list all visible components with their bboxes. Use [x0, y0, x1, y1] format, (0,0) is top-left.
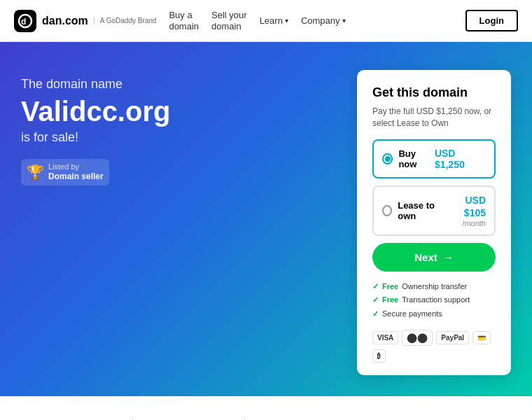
nav-company-label: Company	[301, 15, 340, 26]
cup-icon-wrap: ✦ ✦	[285, 417, 317, 420]
buy-now-price: USD $1,250	[435, 148, 486, 170]
logo-text: dan.com	[42, 15, 88, 27]
nav-sell-domain[interactable]: Sell your domain	[211, 10, 247, 31]
nav-buy-label2: domain	[169, 21, 199, 32]
bitcoin-icon: ₿	[372, 349, 386, 363]
perks-list: ✓ Free Ownership transfer ✓ Free Transac…	[372, 280, 496, 321]
lease-radio	[382, 205, 392, 216]
listed-text: Listed by Domain seller	[48, 162, 104, 183]
dan-logo-icon: d	[14, 10, 36, 32]
listed-by: 🏆 Listed by Domain seller	[21, 159, 357, 186]
buy-now-option[interactable]: Buy now USD $1,250	[372, 139, 496, 178]
shield-icon-wrap: ✦ ✦ ✦	[59, 417, 94, 420]
logo-area: d dan.com A GoDaddy Brand	[14, 10, 156, 32]
nav-company[interactable]: Company ▾	[301, 15, 346, 26]
buy-now-left: Buy now	[382, 148, 435, 169]
next-button[interactable]: Next →	[372, 243, 496, 272]
perk-3: ✓ Secure payments	[372, 307, 496, 321]
payment-icons: VISA ⬤⬤ PayPal 💳 ₿	[372, 330, 496, 363]
svg-text:d: d	[21, 17, 26, 27]
lease-option[interactable]: Lease to own USD $105 /month	[372, 186, 496, 236]
lease-per-month: /month	[447, 219, 486, 227]
header: d dan.com A GoDaddy Brand Buy a domain S…	[0, 0, 532, 42]
lease-label: Lease to own	[398, 200, 447, 221]
trophy-icon: 🏆	[27, 164, 44, 181]
buy-card-subtitle: Pay the full USD $1,250 now, or select L…	[372, 106, 496, 130]
hero-section: The domain name Validcc.org is for sale!…	[0, 42, 532, 396]
perk-1: ✓ Free Ownership transfer	[372, 280, 496, 294]
card-icon: 💳	[472, 331, 491, 344]
listed-badge: 🏆 Listed by Domain seller	[21, 159, 109, 186]
chevron-down-icon: ▾	[285, 17, 288, 24]
nav-learn-label: Learn	[260, 15, 283, 26]
nav-links: Buy a domain Sell your domain Learn ▾ Co…	[169, 10, 452, 31]
plane-icon-wrap	[172, 417, 206, 420]
login-button[interactable]: Login	[465, 10, 518, 31]
hero-domain: Validcc.org	[21, 96, 357, 127]
mastercard-icon: ⬤⬤	[402, 330, 433, 346]
hero-text: The domain name Validcc.org is for sale!…	[21, 70, 357, 186]
buy-now-label: Buy now	[398, 148, 435, 169]
godaddy-brand: A GoDaddy Brand	[94, 17, 157, 24]
nav-sell-label2: domain	[211, 21, 247, 32]
features-grid: ✦ ✦ ✦ Buyer Protectionprogram	[21, 417, 511, 420]
hero-subtitle: The domain name	[21, 77, 357, 92]
buy-card-title: Get this domain	[372, 85, 496, 100]
nav-buy-domain[interactable]: Buy a domain	[169, 10, 199, 31]
nav-buy-label1: Buy a	[169, 10, 199, 21]
nav-sell-label1: Sell your	[211, 10, 247, 21]
visa-icon: VISA	[372, 331, 398, 344]
perk-2: ✓ Free Transaction support	[372, 293, 496, 307]
next-label: Next	[414, 251, 438, 263]
nav-learn[interactable]: Learn ▾	[260, 15, 288, 26]
features-section: ✦ ✦ ✦ Buyer Protectionprogram	[0, 396, 532, 420]
buy-now-radio	[382, 153, 393, 164]
hero-forsale: is for sale!	[21, 130, 357, 145]
feature-fast-transfers: Fast & easytransfers	[133, 417, 245, 420]
buy-card: Get this domain Pay the full USD $1,250 …	[357, 70, 511, 375]
lease-left: Lease to own	[382, 200, 447, 221]
chevron-down-icon: ▾	[342, 17, 346, 24]
lease-price: USD $105	[464, 195, 486, 218]
paypal-icon: PayPal	[436, 331, 469, 344]
next-arrow-icon: →	[443, 251, 454, 263]
feature-hassle-free: ✦ ✦ Hassle fre	[245, 417, 357, 420]
feature-buyer-protection: ✦ ✦ ✦ Buyer Protectionprogram	[21, 417, 133, 420]
